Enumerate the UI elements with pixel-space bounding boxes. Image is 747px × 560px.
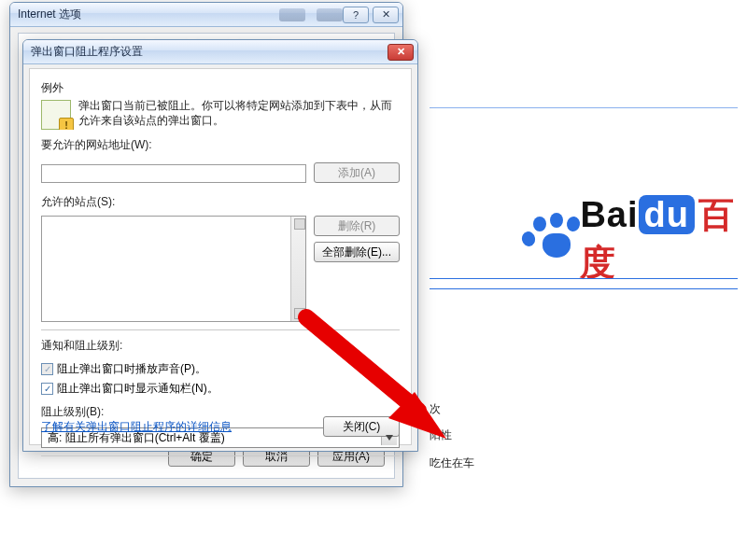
popup-blocker-icon	[41, 100, 71, 130]
allowed-address-input[interactable]	[41, 164, 306, 183]
backdrop-text-1: 次	[430, 401, 441, 417]
remove-all-button[interactable]: 全部删除(E)...	[314, 242, 400, 262]
show-infobar-checkbox[interactable]	[41, 383, 53, 395]
close-button[interactable]: ✕	[373, 7, 399, 23]
help-button[interactable]: ?	[343, 7, 369, 23]
allowed-sites-list[interactable]	[41, 216, 306, 322]
internet-options-title: Internet 选项	[18, 7, 268, 22]
notify-header: 通知和阻止级别:	[41, 338, 400, 354]
remove-button[interactable]: 删除(R)	[314, 216, 400, 236]
add-button[interactable]: 添加(A)	[314, 162, 400, 183]
close-button[interactable]: 关闭(C)	[323, 416, 400, 437]
play-sound-label: 阻止弹出窗口时播放声音(P)。	[57, 361, 206, 377]
address-label: 要允许的网站地址(W):	[41, 137, 400, 153]
baidu-divider-top	[430, 107, 738, 108]
close-icon[interactable]: ✕	[388, 44, 414, 61]
baidu-wordmark: Baidu百度	[580, 191, 747, 287]
allowed-sites-label: 允许的站点(S):	[41, 194, 400, 210]
titlebar-blur	[317, 8, 343, 21]
baidu-logo: Baidu百度	[526, 191, 747, 287]
show-infobar-label: 阻止弹出窗口时显示通知栏(N)。	[57, 381, 218, 397]
popup-dialog-titlebar[interactable]: 弹出窗口阻止程序设置 ✕	[23, 40, 417, 64]
divider	[41, 455, 400, 456]
internet-options-titlebar[interactable]: Internet 选项 ? ✕	[10, 3, 402, 27]
backdrop-text-3: 吃住在车	[430, 455, 474, 471]
popup-dialog-title: 弹出窗口阻止程序设置	[31, 44, 388, 60]
baidu-paw-icon	[526, 215, 574, 263]
popup-blocker-settings-dialog: 弹出窗口阻止程序设置 ✕ 例外 弹出窗口当前已被阻止。你可以将特定网站添加到下表…	[22, 39, 418, 452]
titlebar-blur	[279, 8, 305, 21]
play-sound-checkbox[interactable]	[41, 363, 53, 375]
intro-text: 弹出窗口当前已被阻止。你可以将特定网站添加到下表中，从而允许来自该站点的弹出窗口…	[41, 98, 400, 128]
chevron-down-icon	[386, 435, 393, 441]
backdrop-text-2: 阳性	[430, 427, 452, 443]
baidu-search-underline-1	[430, 278, 738, 279]
baidu-search-underline-2	[430, 288, 738, 289]
exceptions-header: 例外	[41, 80, 400, 96]
learn-more-link[interactable]: 了解有关弹出窗口阻止程序的详细信息	[41, 419, 232, 435]
scrollbar[interactable]	[290, 217, 305, 321]
divider	[41, 329, 400, 330]
